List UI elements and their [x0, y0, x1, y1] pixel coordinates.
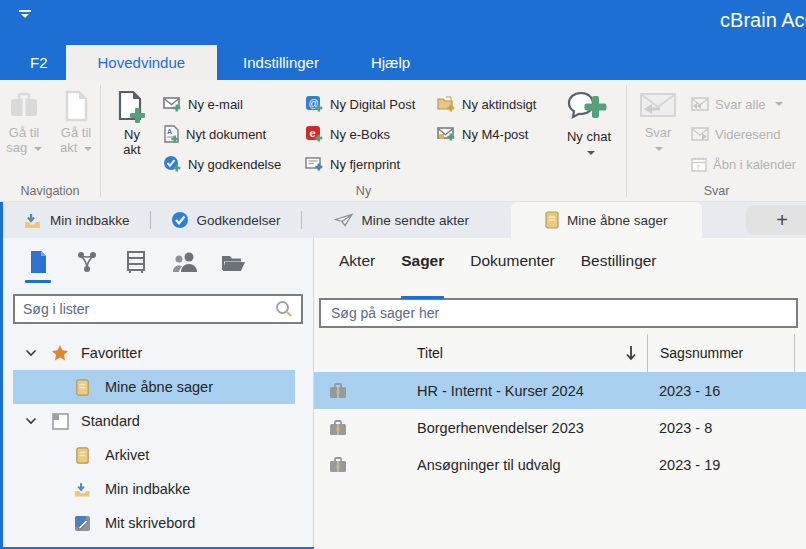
menu-tab-hjaelp[interactable]: Hjælp — [345, 45, 436, 80]
new-eboks-button[interactable]: e Ny e-Boks — [305, 119, 437, 149]
workspace-tab-godkendelser[interactable]: Godkendelser — [151, 202, 301, 238]
forward-button[interactable]: Videresend — [691, 119, 796, 149]
case-icon — [73, 379, 91, 396]
workspace-tab-label: Mine åbne sager — [567, 213, 668, 228]
section-label-svar: Svar — [627, 184, 806, 198]
reply-label: Svar — [645, 125, 672, 155]
ribbon-section-svar: Svar Svar alle — [627, 80, 806, 201]
menu-tab-hovedvindue[interactable]: Hovedvindue — [66, 45, 218, 80]
row-icon-cell — [314, 419, 417, 437]
content-tab-dokumenter[interactable]: Dokumenter — [457, 252, 567, 290]
cell-sagsnummer: 2023 - 16 — [647, 383, 794, 399]
new-approval-button[interactable]: Ny godkendelse — [163, 149, 305, 179]
inbox-icon — [23, 212, 42, 229]
sidebar-search-input[interactable] — [23, 301, 275, 317]
tree-item-arkivet[interactable]: Arkivet — [3, 438, 313, 472]
workspace-tabstrip: Min indbakke Godkendelser Mine sendte ak… — [0, 202, 806, 238]
m4-post-icon — [437, 126, 456, 142]
cell-sagsnummer: 2023 - 8 — [647, 420, 794, 436]
digital-post-icon: @ — [305, 95, 324, 113]
reply-all-button[interactable]: Svar alle — [691, 89, 796, 119]
table-row[interactable]: Borgerhenvendelser 2023 2023 - 8 — [314, 409, 806, 446]
new-foi-request-button[interactable]: Ny aktindsigt — [437, 89, 559, 119]
section-label-ny: Ny — [101, 184, 626, 198]
table-row[interactable]: Ansøgninger til udvalg 2023 - 19 — [314, 446, 806, 483]
column-header-label: Sagsnummer — [660, 345, 743, 361]
tree-item-mine-abne-sager[interactable]: Mine åbne sager — [13, 370, 295, 404]
tree-item-mit-skrivebord[interactable]: Mit skrivebord — [3, 506, 313, 540]
search-icon[interactable] — [275, 300, 293, 318]
case-briefcase-icon — [328, 456, 348, 474]
sidebar-icon-bar — [3, 238, 313, 290]
dropdown-caret-icon — [34, 147, 42, 151]
sidebar-view-archive-button[interactable] — [123, 250, 149, 274]
tree-item-label: Min indbakke — [105, 481, 190, 497]
column-header-titel[interactable]: Titel — [417, 345, 647, 361]
calendar-icon: 7 — [691, 156, 707, 172]
new-remote-print-button[interactable]: Ny fjernprint — [305, 149, 437, 179]
dropdown-caret-icon — [84, 147, 92, 151]
tree-group-favoritter[interactable]: Favoritter — [3, 336, 313, 370]
tree-group-label: Standard — [81, 413, 140, 429]
paper-plane-icon — [334, 213, 354, 227]
sidebar-view-folders-button[interactable] — [221, 250, 247, 274]
tree-group-standard[interactable]: Standard — [3, 404, 313, 438]
workspace-tab-mine-abne-sager[interactable]: Mine åbne sager — [511, 202, 702, 238]
sidebar-view-contacts-button[interactable] — [172, 250, 198, 274]
workspace-tab-min-indbakke[interactable]: Min indbakke — [3, 202, 150, 238]
go-to-case-label: Gå til sag — [0, 125, 48, 155]
row-icon-cell — [314, 456, 417, 474]
standard-folder-icon — [51, 413, 69, 430]
tree-item-label: Mine åbne sager — [105, 379, 213, 395]
new-eboks-label: Ny e-Boks — [330, 127, 390, 142]
app-window: cBrain AcC F2 Hovedvindue Indstillinger … — [0, 0, 806, 549]
content-tab-akter[interactable]: Akter — [326, 252, 388, 290]
reply-envelope-icon — [638, 90, 678, 122]
quick-access-toolbar-icon[interactable] — [16, 8, 34, 22]
case-search-input[interactable] — [331, 305, 786, 321]
tree-item-label: Arkivet — [105, 447, 149, 463]
briefcase-icon — [7, 90, 41, 122]
tree-item-min-indbakke[interactable]: Min indbakke — [3, 472, 313, 506]
menu-tab-f2[interactable]: F2 — [12, 45, 66, 80]
inbox-icon — [73, 481, 91, 498]
new-digital-post-button[interactable]: @ Ny Digital Post — [305, 89, 437, 119]
content-tab-sager[interactable]: Sager — [388, 252, 457, 290]
table-header-row: Titel Sagsnummer — [314, 334, 806, 372]
remote-print-icon — [305, 155, 324, 173]
column-header-sagsnummer[interactable]: Sagsnummer — [647, 334, 794, 372]
row-icon-cell — [314, 382, 417, 400]
cell-sagsnummer: 2023 - 19 — [647, 457, 794, 473]
new-m4-post-button[interactable]: Ny M4-post — [437, 119, 559, 149]
case-briefcase-icon — [328, 419, 348, 437]
text-document-icon: A — [163, 125, 180, 143]
sort-descending-icon[interactable] — [625, 345, 637, 361]
approval-check-icon — [163, 155, 182, 173]
sidebar-view-units-button[interactable] — [74, 250, 100, 274]
workspace-tab-label: Mine sendte akter — [362, 213, 469, 228]
new-tab-button[interactable]: + — [746, 205, 806, 235]
contacts-icon — [172, 250, 198, 274]
content-tab-bestillinger[interactable]: Bestillinger — [568, 252, 670, 290]
menu-tab-indstillinger[interactable]: Indstillinger — [217, 45, 345, 80]
app-title: cBrain AcC — [720, 9, 806, 32]
chevron-down-icon[interactable] — [25, 349, 37, 357]
ribbon-tabbar: F2 Hovedvindue Indstillinger Hjælp — [0, 45, 806, 80]
ribbon-section-ny: Ny akt Ny e-mail A — [101, 80, 626, 201]
chevron-down-icon[interactable] — [25, 417, 37, 425]
column-header-label: Titel — [417, 345, 443, 361]
new-remote-print-label: Ny fjernprint — [330, 157, 400, 172]
dropdown-caret-icon — [587, 151, 595, 155]
network-icon — [75, 250, 99, 274]
table-row[interactable]: HR - Internt - Kurser 2024 2023 - 16 — [314, 372, 806, 409]
reply-all-icon — [691, 97, 709, 111]
open-folder-icon — [221, 250, 247, 274]
open-in-calendar-button[interactable]: 7 Åbn i kalender — [691, 149, 796, 179]
new-email-button[interactable]: Ny e-mail — [163, 89, 305, 119]
svg-text:A: A — [167, 128, 172, 135]
titlebar: cBrain AcC — [0, 0, 806, 45]
sidebar-view-lists-button[interactable] — [25, 250, 51, 283]
reply-all-label: Svar alle — [715, 97, 766, 112]
workspace-tab-mine-sendte-akter[interactable]: Mine sendte akter — [302, 202, 489, 238]
new-document-button[interactable]: A Nyt dokument — [163, 119, 305, 149]
